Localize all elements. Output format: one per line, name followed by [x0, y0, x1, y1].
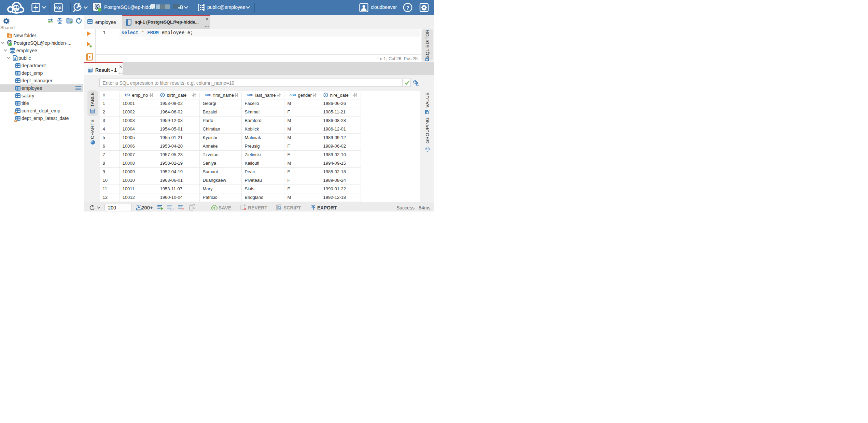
svg-text:SQL: SQL — [55, 6, 62, 10]
svg-text:?: ? — [406, 5, 409, 11]
svg-text:(+): (+) — [170, 207, 173, 210]
